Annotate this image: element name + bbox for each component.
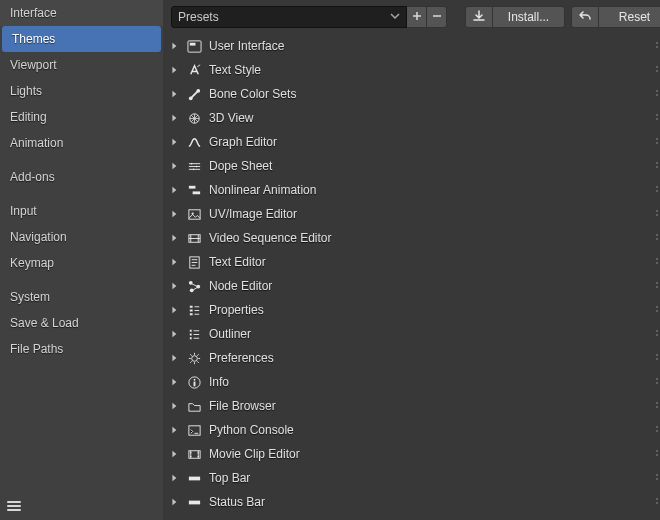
sidebar-item-lights[interactable]: Lights [0,78,163,104]
sidebar-item-label: Input [10,204,37,218]
sidebar-group: InterfaceThemesViewportLightsEditingAnim… [0,0,163,156]
disclosure-triangle-icon [169,330,179,338]
drag-grip-icon[interactable] [655,63,660,78]
sidebar-item-label: Add-ons [10,170,55,184]
outliner-icon [185,327,203,342]
theme-section-nonlinear-animation[interactable]: Nonlinear Animation [167,178,660,202]
reset-group: Reset [571,6,660,28]
theme-section-status-bar[interactable]: Status Bar [167,490,660,514]
drag-grip-icon[interactable] [655,399,660,414]
presets-row: Presets [171,6,447,28]
install-icon-button[interactable] [465,6,493,28]
sidebar-item-label: System [10,290,50,304]
sidebar-item-themes[interactable]: Themes [2,26,161,52]
sidebar-item-editing[interactable]: Editing [0,104,163,130]
drag-grip-icon[interactable] [655,159,660,174]
drag-grip-icon[interactable] [655,303,660,318]
drag-grip-icon[interactable] [655,87,660,102]
sidebar-group: SystemSave & LoadFile Paths [0,284,163,362]
drag-grip-icon[interactable] [655,255,660,270]
sidebar-group: Add-ons [0,164,163,190]
theme-section-file-browser[interactable]: File Browser [167,394,660,418]
sidebar-item-label: Keymap [10,256,54,270]
sidebar-item-file-paths[interactable]: File Paths [0,336,163,362]
drag-grip-icon[interactable] [655,135,660,150]
text-icon [185,255,203,270]
drag-grip-icon[interactable] [655,207,660,222]
theme-section-info[interactable]: Info [167,370,660,394]
theme-section-text-editor[interactable]: Text Editor [167,250,660,274]
preset-add-button[interactable] [407,6,427,28]
drag-grip-icon[interactable] [655,111,660,126]
theme-section-uv-image-editor[interactable]: UV/Image Editor [167,202,660,226]
theme-section-properties[interactable]: Properties [167,298,660,322]
drag-grip-icon[interactable] [655,327,660,342]
sidebar-item-keymap[interactable]: Keymap [0,250,163,276]
drag-grip-icon[interactable] [655,351,660,366]
disclosure-triangle-icon [169,186,179,194]
theme-section-label: Text Style [209,63,261,77]
drag-grip-icon[interactable] [655,423,660,438]
theme-section-dope-sheet[interactable]: Dope Sheet [167,154,660,178]
text-style-icon [185,63,203,78]
disclosure-triangle-icon [169,282,179,290]
drag-grip-icon[interactable] [655,231,660,246]
sidebar-item-navigation[interactable]: Navigation [0,224,163,250]
sidebar: InterfaceThemesViewportLightsEditingAnim… [0,0,163,520]
view3d-icon [185,111,203,126]
theme-sections: User InterfaceText StyleBone Color Sets3… [163,34,660,520]
install-group: Install... [465,6,565,28]
preferences-window: InterfaceThemesViewportLightsEditingAnim… [0,0,660,520]
theme-section-python-console[interactable]: Python Console [167,418,660,442]
install-label: Install... [508,10,549,24]
sidebar-item-save-load[interactable]: Save & Load [0,310,163,336]
preset-remove-button[interactable] [427,6,447,28]
theme-section-3d-view[interactable]: 3D View [167,106,660,130]
disclosure-triangle-icon [169,42,179,50]
theme-section-preferences[interactable]: Preferences [167,346,660,370]
sidebar-item-viewport[interactable]: Viewport [0,52,163,78]
drag-grip-icon[interactable] [655,39,660,54]
disclosure-triangle-icon [169,234,179,242]
sidebar-group: InputNavigationKeymap [0,198,163,276]
presets-label: Presets [178,10,219,24]
reset-icon-button[interactable] [571,6,599,28]
sidebar-item-input[interactable]: Input [0,198,163,224]
drag-grip-icon[interactable] [655,183,660,198]
sidebar-item-addons[interactable]: Add-ons [0,164,163,190]
theme-section-label: Top Bar [209,471,250,485]
sidebar-item-system[interactable]: System [0,284,163,310]
theme-section-user-interface[interactable]: User Interface [167,34,660,58]
reset-button[interactable]: Reset [599,6,660,28]
theme-section-top-bar[interactable]: Top Bar [167,466,660,490]
drag-grip-icon[interactable] [655,471,660,486]
theme-section-label: Graph Editor [209,135,277,149]
drag-grip-icon[interactable] [655,279,660,294]
sidebar-item-interface[interactable]: Interface [0,0,163,26]
sidebar-item-label: Animation [10,136,63,150]
theme-section-graph-editor[interactable]: Graph Editor [167,130,660,154]
node-icon [185,279,203,294]
disclosure-triangle-icon [169,258,179,266]
chevron-down-icon [390,10,400,24]
drag-grip-icon[interactable] [655,495,660,510]
install-button[interactable]: Install... [493,6,565,28]
disclosure-triangle-icon [169,90,179,98]
theme-section-outliner[interactable]: Outliner [167,322,660,346]
theme-section-label: Info [209,375,229,389]
theme-section-movie-clip-editor[interactable]: Movie Clip Editor [167,442,660,466]
disclosure-triangle-icon [169,66,179,74]
drag-grip-icon[interactable] [655,375,660,390]
drag-grip-icon[interactable] [655,447,660,462]
theme-section-text-style[interactable]: Text Style [167,58,660,82]
theme-section-video-sequence-editor[interactable]: Video Sequence Editor [167,226,660,250]
presets-dropdown[interactable]: Presets [171,6,407,28]
disclosure-triangle-icon [169,306,179,314]
theme-section-label: Bone Color Sets [209,87,296,101]
theme-section-bone-color-sets[interactable]: Bone Color Sets [167,82,660,106]
sidebar-item-animation[interactable]: Animation [0,130,163,156]
sidebar-item-label: Viewport [10,58,56,72]
hamburger-menu-button[interactable] [6,498,22,514]
theme-section-node-editor[interactable]: Node Editor [167,274,660,298]
theme-section-label: Nonlinear Animation [209,183,316,197]
